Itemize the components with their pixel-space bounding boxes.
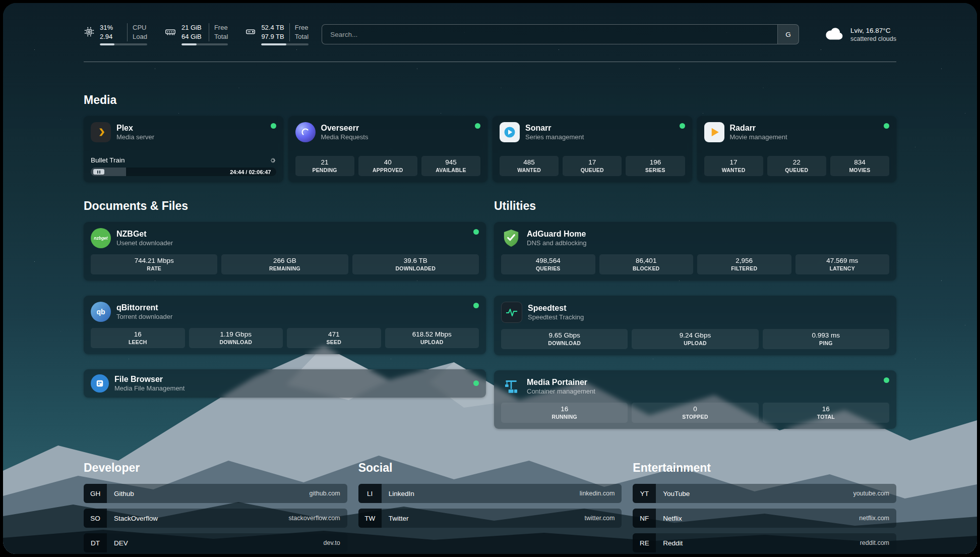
cloud-icon: [823, 26, 844, 43]
bookmark-abbr: LI: [358, 484, 382, 503]
service-card-portainer[interactable]: Media Portainer Container management 16R…: [494, 370, 896, 429]
service-stats: 498,564QUERIES 86,401BLOCKED 2,956FILTER…: [501, 254, 889, 274]
service-desc: Movie management: [730, 133, 787, 141]
bookmark-stackoverflow[interactable]: SO StackOverflow stackoverflow.com: [84, 509, 347, 528]
bookmark-netflix[interactable]: NF Netflix netflix.com: [633, 509, 896, 528]
service-desc: Media Requests: [321, 133, 369, 141]
bookmark-name: Reddit: [663, 539, 683, 547]
service-desc: Media File Management: [114, 384, 185, 392]
playback-progress-bar[interactable]: 24:44 / 02:06:47: [91, 168, 276, 176]
search-input[interactable]: [322, 25, 777, 44]
cpu-progress-bar: [100, 43, 147, 45]
bookmark-linkedin[interactable]: LI LinkedIn linkedin.com: [358, 484, 622, 503]
bookmark-group-developer: Developer GH Github github.com SO StackO…: [84, 461, 347, 554]
service-card-plex[interactable]: Plex Media server Bullet Train: [84, 116, 283, 182]
service-name: NZBGet: [116, 230, 173, 239]
bookmark-abbr: NF: [633, 509, 656, 528]
service-card-filebrowser[interactable]: File Browser Media File Management: [84, 369, 486, 398]
disk-widget: 52.4 TB 97.9 TB Free Total: [245, 23, 309, 45]
service-name: Overseerr: [321, 124, 369, 133]
qbittorrent-icon-label: qb: [96, 308, 105, 316]
top-bar: 31% 2.94 CPU Load: [84, 20, 896, 48]
cpu-load-label: Load: [133, 32, 147, 41]
bookmark-url: dev.to: [324, 539, 347, 546]
portainer-icon: [501, 376, 521, 397]
section-title-utilities: Utilities: [494, 199, 896, 213]
stat-block: 16TOTAL: [763, 403, 889, 423]
stat-block: 618.52 MbpsUPLOAD: [385, 328, 479, 348]
service-stats: 485WANTED 17QUEUED 196SERIES: [500, 156, 685, 176]
bookmark-url: youtube.com: [853, 490, 896, 497]
disk-progress-bar: [261, 43, 309, 45]
cpu-load-value: 2.94: [100, 32, 122, 41]
bookmark-group-social: Social LI LinkedIn linkedin.com TW Twitt…: [358, 461, 622, 554]
status-dot: [473, 229, 479, 235]
bookmark-youtube[interactable]: YT YouTube youtube.com: [633, 484, 896, 503]
stat-block: 1.19 GbpsDOWNLOAD: [189, 328, 283, 348]
stat-block: 21PENDING: [295, 156, 354, 176]
filebrowser-icon: [91, 374, 109, 393]
service-desc: DNS and adblocking: [527, 239, 587, 247]
gear-icon[interactable]: [269, 157, 276, 164]
service-desc: Speedtest Tracking: [528, 313, 584, 321]
stat-block: 39.6 TBDOWNLOADED: [352, 254, 479, 274]
service-card-sonarr[interactable]: Sonarr Series management 485WANTED 17QUE…: [493, 116, 692, 182]
service-name: File Browser: [114, 375, 185, 384]
search-bar[interactable]: G: [322, 24, 799, 44]
service-card-nzbget[interactable]: nzbget NZBGet Usenet downloader 744.21 M…: [84, 222, 486, 281]
now-playing-title: Bullet Train: [91, 156, 125, 164]
service-desc: Series management: [525, 133, 584, 141]
divider: [127, 23, 128, 41]
dashboard-screen: 31% 2.94 CPU Load: [3, 3, 977, 554]
memory-total-value: 64 GiB: [181, 32, 204, 41]
search-provider-button[interactable]: G: [777, 25, 799, 44]
section-title-developer: Developer: [84, 461, 347, 475]
pause-icon[interactable]: [93, 169, 104, 175]
qbittorrent-icon: qb: [91, 302, 111, 322]
service-card-overseerr[interactable]: Overseerr Media Requests 21PENDING 40APP…: [288, 116, 488, 182]
bookmark-abbr: TW: [358, 509, 382, 528]
memory-icon: [164, 26, 176, 37]
service-name: Plex: [116, 124, 154, 133]
status-dot: [473, 303, 479, 308]
stat-block: 471SEED: [287, 328, 381, 348]
bookmark-reddit[interactable]: RE Reddit reddit.com: [633, 533, 896, 552]
plex-icon: [91, 122, 111, 142]
stat-block: 16LEECH: [91, 328, 185, 348]
service-card-qbittorrent[interactable]: qb qBittorrent Torrent downloader 16LEEC…: [84, 296, 486, 354]
service-stats: 744.21 MbpsRATE 266 GBREMAINING 39.6 TBD…: [91, 254, 479, 274]
bookmark-name: DEV: [114, 539, 128, 547]
stat-block: 498,564QUERIES: [501, 254, 595, 274]
memory-widget: 21 GiB 64 GiB Free Total: [164, 23, 228, 45]
service-card-adguard[interactable]: AdGuard Home DNS and adblocking 498,564Q…: [494, 222, 896, 281]
bookmark-url: reddit.com: [860, 539, 896, 546]
bookmark-url: stackoverflow.com: [289, 515, 347, 522]
radarr-icon: [704, 122, 724, 142]
bookmark-github[interactable]: GH Github github.com: [84, 484, 347, 503]
bookmark-abbr: RE: [633, 533, 656, 552]
stat-block: 0STOPPED: [632, 403, 758, 423]
overseerr-icon: [295, 122, 316, 142]
disk-icon: [245, 26, 256, 37]
divider: [209, 23, 209, 41]
service-name: AdGuard Home: [527, 230, 587, 239]
status-dot: [475, 123, 480, 129]
cpu-widget: 31% 2.94 CPU Load: [84, 23, 147, 45]
bookmark-group-entertainment: Entertainment YT YouTube youtube.com NF …: [633, 461, 896, 554]
bookmark-dev[interactable]: DT DEV dev.to: [84, 533, 347, 552]
cpu-label: CPU: [133, 23, 147, 32]
stat-block: 17QUEUED: [563, 156, 622, 176]
bookmark-abbr: DT: [84, 533, 107, 552]
disk-total-label: Total: [295, 32, 309, 41]
stat-block: 86,401BLOCKED: [599, 254, 694, 274]
section-title-entertainment: Entertainment: [633, 461, 896, 475]
bookmark-twitter[interactable]: TW Twitter twitter.com: [358, 509, 622, 528]
service-name: Media Portainer: [527, 378, 595, 387]
bookmark-url: twitter.com: [585, 515, 622, 522]
bookmark-url: netflix.com: [859, 515, 896, 522]
status-dot: [884, 377, 889, 383]
memory-total-label: Total: [214, 32, 228, 41]
service-card-speedtest[interactable]: Speedtest Speedtest Tracking 9.65 GbpsDO…: [494, 296, 896, 355]
stat-block: 47.569 msLATENCY: [795, 254, 890, 274]
service-card-radarr[interactable]: Radarr Movie management 17WANTED 22QUEUE…: [697, 116, 897, 182]
